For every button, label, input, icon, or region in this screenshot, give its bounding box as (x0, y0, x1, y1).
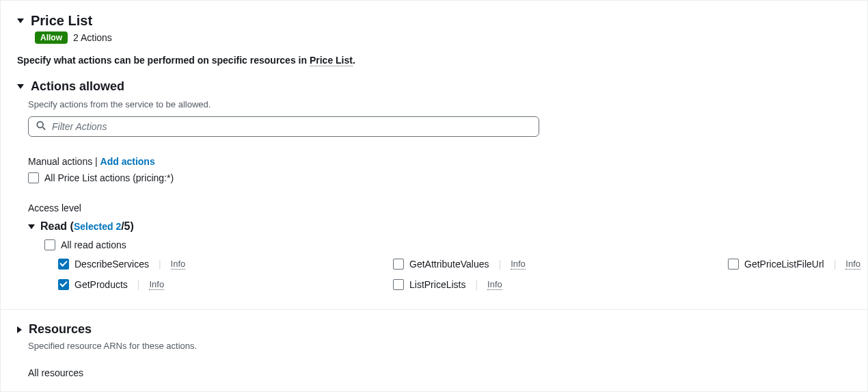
access-level-label: Access level (28, 202, 851, 213)
perm-item: GetProducts | Info (58, 279, 393, 290)
all-resources-label: All resources (28, 367, 851, 378)
policy-panel: Price List Allow 2 Actions Specify what … (0, 0, 868, 392)
all-read-checkbox[interactable] (44, 239, 55, 250)
perm-checkbox-list-price-lists[interactable] (393, 279, 404, 290)
read-group-label: Read (Selected 2/5) (40, 220, 134, 233)
perm-item: DescribeServices | Info (58, 259, 393, 270)
perm-checkbox-describe-services[interactable] (58, 259, 69, 270)
add-actions-link[interactable]: Add actions (100, 156, 155, 167)
perm-checkbox-get-attribute-values[interactable] (393, 259, 404, 270)
actions-allowed-title: Actions allowed (31, 79, 124, 94)
actions-allowed-desc: Specify actions from the service to be a… (28, 99, 851, 109)
resources-caret-icon[interactable] (17, 326, 22, 333)
section-description: Specify what actions can be performed on… (17, 55, 851, 66)
perm-checkbox-get-price-list-file-url[interactable] (728, 259, 739, 270)
service-link[interactable]: Price List (310, 55, 353, 66)
perm-item: GetPriceListFileUrl | Info (728, 259, 860, 270)
actions-caret-icon[interactable] (17, 84, 24, 89)
perm-label: DescribeServices (74, 259, 149, 270)
perm-checkbox-get-products[interactable] (58, 279, 69, 290)
actions-count: 2 Actions (73, 32, 112, 43)
effect-badge: Allow (35, 31, 68, 44)
info-link[interactable]: Info (511, 259, 526, 270)
read-caret-icon[interactable] (28, 224, 35, 229)
perm-label: GetProducts (74, 279, 128, 290)
perm-label: GetPriceListFileUrl (744, 259, 824, 270)
perm-label: ListPriceLists (409, 279, 465, 290)
perm-label: GetAttributeValues (409, 259, 489, 270)
section-title: Price List (31, 13, 92, 29)
perm-item: ListPriceLists | Info (393, 279, 728, 290)
all-actions-checkbox[interactable] (28, 172, 39, 183)
manual-actions-row: Manual actions | Add actions (28, 156, 851, 167)
resources-desc: Specified resource ARNs for these action… (28, 341, 851, 351)
all-read-label: All read actions (61, 239, 126, 250)
resources-title: Resources (29, 322, 92, 337)
info-link[interactable]: Info (149, 279, 164, 290)
collapse-caret-icon[interactable] (17, 18, 24, 23)
info-link[interactable]: Info (171, 259, 186, 270)
filter-actions-input[interactable] (28, 116, 539, 137)
perm-item: GetAttributeValues | Info (393, 259, 728, 270)
info-link[interactable]: Info (487, 279, 502, 290)
read-selected-count[interactable]: Selected 2 (74, 221, 121, 232)
info-link[interactable]: Info (845, 259, 860, 270)
all-actions-label: All Price List actions (pricing:*) (44, 172, 174, 183)
